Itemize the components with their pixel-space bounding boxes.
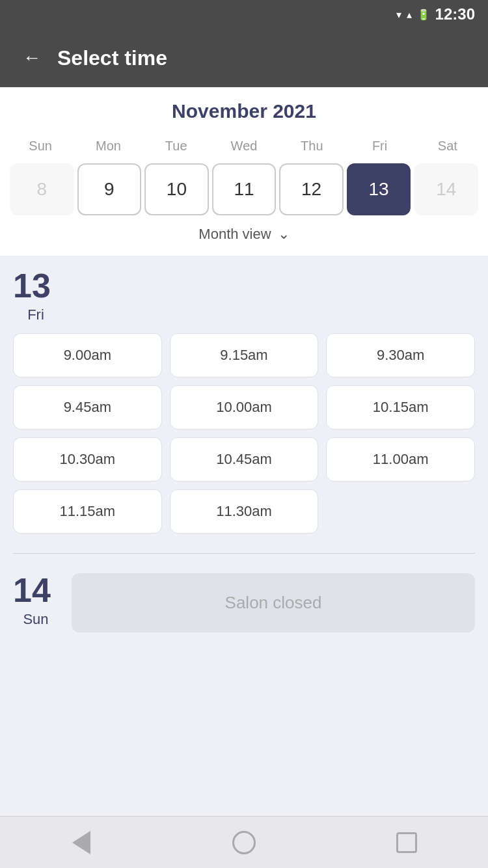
slot-1130am[interactable]: 11.30am bbox=[170, 489, 319, 534]
wifi-icon: ▾ bbox=[396, 8, 401, 21]
day-14-header: 14 Sun Salon closed bbox=[13, 573, 475, 632]
divider bbox=[13, 553, 475, 554]
day-cell-10[interactable]: 10 bbox=[144, 163, 209, 215]
day-14-number: 14 bbox=[13, 573, 59, 607]
slot-1100am[interactable]: 11.00am bbox=[326, 437, 475, 481]
week-row: 8 9 10 11 12 13 14 bbox=[7, 163, 481, 215]
weekday-wed: Wed bbox=[210, 135, 278, 157]
back-nav-icon bbox=[72, 831, 90, 854]
weekday-sat: Sat bbox=[414, 135, 481, 157]
day-13-label: 13 Fri bbox=[13, 269, 59, 323]
day-13-number: 13 bbox=[13, 269, 59, 303]
weekday-thu: Thu bbox=[278, 135, 346, 157]
month-view-toggle[interactable]: Month view ⌄ bbox=[7, 215, 481, 249]
signal-icon: ▴ bbox=[407, 8, 412, 21]
slot-900am[interactable]: 9.00am bbox=[13, 333, 162, 377]
home-nav-icon bbox=[232, 831, 256, 854]
day-cell-12[interactable]: 12 bbox=[279, 163, 344, 215]
day-13-slots-grid: 9.00am 9.15am 9.30am 9.45am 10.00am 10.1… bbox=[13, 333, 475, 534]
status-bar: ▾ ▴ 🔋 12:30 bbox=[0, 0, 488, 29]
day-cell-13[interactable]: 13 bbox=[347, 163, 411, 215]
day-13-header: 13 Fri bbox=[13, 269, 475, 323]
day-cell-9[interactable]: 9 bbox=[77, 163, 142, 215]
salon-closed-box: Salon closed bbox=[72, 573, 475, 632]
weekday-fri: Fri bbox=[346, 135, 413, 157]
nav-home-button[interactable] bbox=[224, 823, 264, 862]
nav-bar bbox=[0, 816, 488, 868]
day-cell-14[interactable]: 14 bbox=[414, 163, 478, 215]
back-button[interactable]: ← bbox=[20, 44, 44, 72]
day-cell-8[interactable]: 8 bbox=[10, 163, 74, 215]
slot-1045am[interactable]: 10.45am bbox=[170, 437, 319, 481]
header: ← Select time bbox=[0, 29, 488, 87]
nav-back-button[interactable] bbox=[62, 823, 101, 862]
day-14-name: Sun bbox=[23, 611, 48, 628]
page-title: Select time bbox=[57, 46, 167, 70]
time-section: 13 Fri 9.00am 9.15am 9.30am 9.45am 10.00… bbox=[0, 256, 488, 816]
weekday-tue: Tue bbox=[142, 135, 210, 157]
day-cell-11[interactable]: 11 bbox=[212, 163, 277, 215]
weekday-sun: Sun bbox=[7, 135, 74, 157]
month-title: November 2021 bbox=[7, 100, 481, 122]
weekdays-row: Sun Mon Tue Wed Thu Fri Sat bbox=[7, 135, 481, 157]
month-view-label: Month view bbox=[198, 226, 271, 243]
status-icons: ▾ ▴ 🔋 12:30 bbox=[396, 5, 475, 23]
calendar-section: November 2021 Sun Mon Tue Wed Thu Fri Sa… bbox=[0, 87, 488, 256]
weekday-mon: Mon bbox=[74, 135, 142, 157]
slot-1000am[interactable]: 10.00am bbox=[170, 385, 319, 429]
status-time: 12:30 bbox=[435, 5, 475, 23]
day-13-block: 13 Fri 9.00am 9.15am 9.30am 9.45am 10.00… bbox=[13, 269, 475, 534]
day-14-label: 14 Sun bbox=[13, 573, 59, 628]
battery-icon: 🔋 bbox=[417, 8, 430, 21]
slot-1015am[interactable]: 10.15am bbox=[326, 385, 475, 429]
day-14-block: 14 Sun Salon closed bbox=[13, 573, 475, 632]
day-13-name: Fri bbox=[27, 306, 44, 323]
chevron-down-icon: ⌄ bbox=[278, 226, 290, 243]
recents-nav-icon bbox=[396, 832, 417, 853]
slot-1030am[interactable]: 10.30am bbox=[13, 437, 162, 481]
salon-closed-text: Salon closed bbox=[225, 593, 322, 612]
slot-1115am[interactable]: 11.15am bbox=[13, 489, 162, 534]
slot-930am[interactable]: 9.30am bbox=[326, 333, 475, 377]
nav-recents-button[interactable] bbox=[387, 823, 426, 862]
slot-945am[interactable]: 9.45am bbox=[13, 385, 162, 429]
slot-915am[interactable]: 9.15am bbox=[170, 333, 319, 377]
